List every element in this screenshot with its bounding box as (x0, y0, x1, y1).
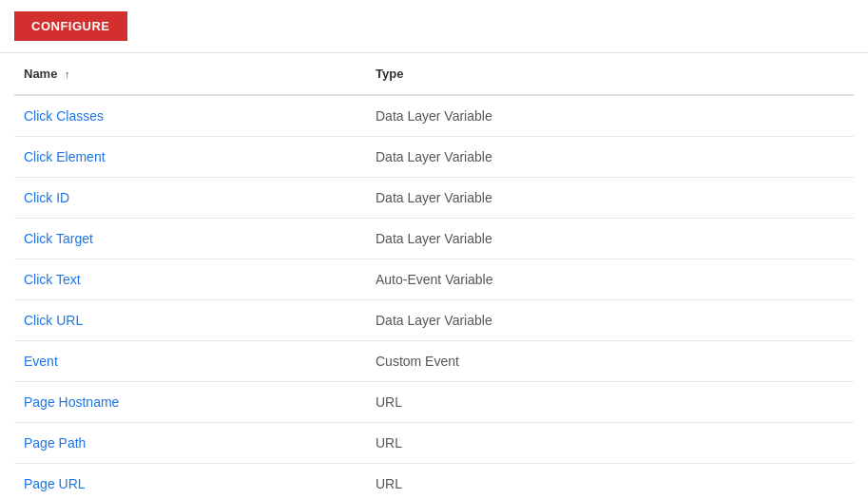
row-name-link[interactable]: Click Target (24, 231, 93, 246)
row-name-link[interactable]: Click Classes (24, 108, 104, 124)
table-header: Name ↑ Type (14, 53, 854, 95)
row-name-link[interactable]: Click Text (24, 272, 81, 287)
sort-arrow-icon: ↑ (65, 68, 70, 80)
row-type: URL (366, 382, 854, 423)
table-row: Page URLURL (14, 464, 854, 500)
name-header-label: Name (24, 67, 57, 81)
table-row: Click URLData Layer Variable (14, 300, 854, 341)
row-type: Custom Event (366, 341, 854, 382)
row-name-link[interactable]: Click Element (24, 149, 106, 164)
row-type: URL (366, 464, 854, 500)
table-row: Click TextAuto-Event Variable (14, 259, 854, 300)
row-type: URL (366, 423, 854, 464)
row-name-link[interactable]: Click ID (24, 190, 69, 205)
type-column-header[interactable]: Type (366, 53, 854, 95)
table-row: Page PathURL (14, 423, 854, 464)
row-name-link[interactable]: Page Hostname (24, 394, 119, 410)
row-type: Data Layer Variable (366, 219, 854, 259)
table-row: Page HostnameURL (14, 382, 854, 423)
row-type: Auto-Event Variable (366, 259, 854, 300)
table-row: Click TargetData Layer Variable (14, 219, 854, 259)
row-type: Data Layer Variable (366, 300, 854, 341)
header-row: Name ↑ Type (14, 53, 854, 95)
row-name-link[interactable]: Click URL (24, 313, 83, 328)
table-row: Click ClassesData Layer Variable (14, 95, 854, 137)
row-type: Data Layer Variable (366, 137, 854, 178)
table-row: Click IDData Layer Variable (14, 178, 854, 219)
row-name-link[interactable]: Page URL (24, 476, 86, 491)
row-type: Data Layer Variable (366, 95, 854, 137)
configure-button[interactable]: CONFIGURE (14, 11, 127, 41)
row-name-link[interactable]: Page Path (24, 435, 86, 451)
type-header-label: Type (376, 67, 403, 81)
table-row: Click ElementData Layer Variable (14, 137, 854, 178)
row-name-link[interactable]: Event (24, 354, 58, 369)
table-row: EventCustom Event (14, 341, 854, 382)
table-container: Name ↑ Type Click ClassesData Layer Vari… (0, 53, 868, 499)
table-body: Click ClassesData Layer VariableClick El… (14, 95, 854, 499)
row-type: Data Layer Variable (366, 178, 854, 219)
name-column-header[interactable]: Name ↑ (14, 53, 366, 95)
toolbar: CONFIGURE (0, 0, 868, 53)
variables-table: Name ↑ Type Click ClassesData Layer Vari… (14, 53, 854, 499)
